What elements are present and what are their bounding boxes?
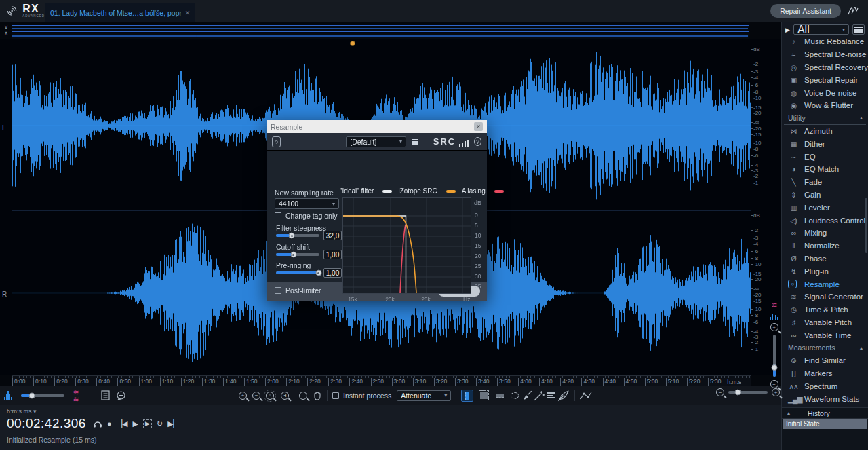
skip-to-start-icon[interactable]: ▕◀ <box>117 419 128 428</box>
sidebar-item-leveler[interactable]: ▥Leveler <box>782 201 868 214</box>
play-selection-icon[interactable]: ▶ <box>143 419 152 428</box>
overview-waveform-right[interactable] <box>12 33 749 39</box>
tab-close-icon[interactable]: × <box>185 8 190 18</box>
section-measurements[interactable]: Measurements▴ <box>784 341 866 354</box>
sidebar-item-fade[interactable]: ╲Fade <box>782 176 868 189</box>
collapse-icon[interactable]: ▴ <box>860 115 863 121</box>
time-frequency-selection-tool[interactable] <box>477 390 490 402</box>
sidebar-scrollbar[interactable] <box>865 198 867 253</box>
sidebar-item-markers[interactable]: ⌈⌋Markers <box>782 367 868 380</box>
monitor-headphones-icon[interactable] <box>93 419 102 428</box>
sidebar-item-spectral-recovery[interactable]: ◎Spectral Recovery <box>782 61 868 74</box>
cutoff-shift-value[interactable]: 1,00 <box>323 250 342 259</box>
sidebar-item-plug-in[interactable]: ↯Plug-in <box>782 265 868 278</box>
sidebar-item-phase[interactable]: ØPhase <box>782 252 868 265</box>
slider-knob[interactable] <box>289 233 295 239</box>
sidebar-item-voice-de-noise[interactable]: ◍Voice De-noise <box>782 86 868 99</box>
sidebar-item-spectral-de-noise[interactable]: ≈Spectral De-noise <box>782 48 868 61</box>
spectrogram-view-icon[interactable]: ≋ <box>771 301 776 308</box>
zoom-selection-icon[interactable]: ▫ <box>266 392 274 400</box>
cutoff-shift-slider[interactable] <box>276 253 319 256</box>
sidebar-item-normalize[interactable]: ‖Normalize <box>782 240 868 252</box>
spectrogram-tab-icon[interactable]: ≋≋ <box>73 389 79 402</box>
section-utility[interactable]: Utility▴ <box>784 112 866 125</box>
process-mode-select[interactable]: Attenuate▾ <box>397 390 451 401</box>
zoom-in-horizontal-icon[interactable]: + <box>772 388 780 396</box>
zoom-out-horizontal-icon[interactable]: − <box>716 388 724 396</box>
time-selection-tool[interactable] <box>461 390 473 402</box>
magnifier-tool-icon[interactable] <box>299 392 307 400</box>
filter-steepness-slider[interactable] <box>276 234 319 237</box>
history-item[interactable]: Initial State <box>783 419 867 429</box>
preset-select[interactable]: [Default]▾ <box>346 136 406 147</box>
zoom-out-vertical-icon[interactable]: − <box>770 380 778 388</box>
file-tab[interactable]: 01. Lady Macbeth of Mtse…a ból'še, popró… <box>45 3 195 22</box>
sidebar-item-dither[interactable]: ▦Dither <box>782 137 868 150</box>
instant-process-checkbox[interactable] <box>332 392 339 399</box>
playhead-marker[interactable] <box>350 41 355 46</box>
dialog-title-bar[interactable]: Resample × <box>267 120 487 133</box>
sidebar-item-eq-match[interactable]: ◑EQ Match <box>782 163 868 176</box>
vertical-zoom-slider[interactable] <box>773 335 776 377</box>
help-icon[interactable]: ? <box>474 137 481 146</box>
sidebar-item-variable-time[interactable]: ∾Variable Time <box>782 329 868 341</box>
frequency-selection-tool[interactable] <box>494 390 506 402</box>
overview-collapse-icons[interactable]: ∨ ∧ <box>1 24 11 37</box>
slider-knob[interactable] <box>290 252 296 258</box>
sidebar-item-gain[interactable]: ⇕Gain <box>782 189 868 202</box>
sidebar-item-loudness-control[interactable]: ◁)Loudness Control <box>782 214 868 227</box>
slider-knob[interactable] <box>315 270 321 276</box>
zoom-fit-icon[interactable]: ◂ <box>281 392 289 400</box>
sidebar-item-azimuth[interactable]: ⋈Azimuth <box>782 125 868 138</box>
vertical-zoom-knob[interactable] <box>771 364 777 371</box>
checkbox-box[interactable] <box>275 212 281 219</box>
overview-waveform-left[interactable] <box>12 25 749 32</box>
blend-knob[interactable] <box>28 392 35 398</box>
sidebar-item-waveform-stats[interactable]: ▁▄▆Waveform Stats <box>782 392 868 405</box>
horizontal-zoom-knob[interactable] <box>735 390 741 396</box>
comment-icon[interactable] <box>116 391 126 400</box>
sidebar-item-find-similar[interactable]: ⊚Find Similar <box>782 354 868 367</box>
zoom-in-vertical-icon[interactable]: + <box>770 323 778 331</box>
skip-to-end-icon[interactable]: ▶▏ <box>167 419 179 428</box>
signature-icon[interactable] <box>846 4 861 18</box>
sidebar-item-music-rebalance[interactable]: ♪Music Rebalance <box>782 35 868 48</box>
preset-menu-icon[interactable] <box>412 139 418 145</box>
clipboard-icon[interactable] <box>101 390 110 400</box>
magic-wand-icon[interactable] <box>533 390 545 402</box>
module-filter-select[interactable]: All▾ <box>793 24 849 35</box>
sidebar-item-eq[interactable]: ∼EQ <box>782 150 868 163</box>
change-tag-only-checkbox[interactable]: Change tag only <box>275 212 337 220</box>
brush-tool-icon[interactable] <box>521 390 533 402</box>
filter-steepness-value[interactable]: 32,0 <box>323 231 342 240</box>
sidebar-item-resample[interactable]: ○Resample <box>782 278 868 290</box>
pre-ringing-slider[interactable] <box>276 271 319 274</box>
history-header[interactable]: ▴ History <box>782 408 868 419</box>
repair-assistant-button[interactable]: Repair Assistant <box>770 4 841 18</box>
lasso-tool-icon[interactable] <box>509 390 521 402</box>
sidebar-item-spectrum[interactable]: ∧∧Spectrum <box>782 380 868 393</box>
adjust-lines-icon[interactable] <box>545 390 557 402</box>
waveform-tab-icon[interactable] <box>4 392 12 400</box>
loop-icon[interactable]: ↻ <box>157 419 163 428</box>
module-menu-icon[interactable] <box>852 24 865 35</box>
sidebar-item-time-pitch[interactable]: ◷Time & Pitch <box>782 303 868 316</box>
record-icon[interactable]: ● <box>107 419 112 428</box>
zoom-out-icon[interactable]: − <box>252 392 260 400</box>
sidebar-item-mixing[interactable]: ∞Mixing <box>782 227 868 240</box>
sidebar-item-spectral-repair[interactable]: ▣Spectral Repair <box>782 73 868 86</box>
time-ruler[interactable]: h:m:s 0:000:100:200:300:400:501:001:101:… <box>12 375 751 386</box>
pre-ringing-value[interactable]: 1,00 <box>323 268 342 278</box>
post-limiter-checkbox[interactable]: Post-limiter <box>275 286 321 295</box>
play-icon[interactable]: ▶ <box>133 419 138 428</box>
collapse-icon[interactable]: ▴ <box>860 345 863 351</box>
waveform-view-icon[interactable] <box>770 312 778 320</box>
chevron-up-icon[interactable]: ∧ <box>1 31 11 37</box>
new-sampling-rate-select[interactable]: 44100▾ <box>275 198 339 209</box>
time-format-select[interactable]: h:m:s.ms ▾ <box>7 408 156 415</box>
feather-pen-icon[interactable] <box>557 390 570 402</box>
preview-play-icon[interactable]: ▶ <box>785 26 790 33</box>
dialog-close-icon[interactable]: × <box>474 122 483 131</box>
view-blend-slider[interactable] <box>21 394 64 397</box>
horizontal-zoom-slider[interactable] <box>728 391 768 394</box>
